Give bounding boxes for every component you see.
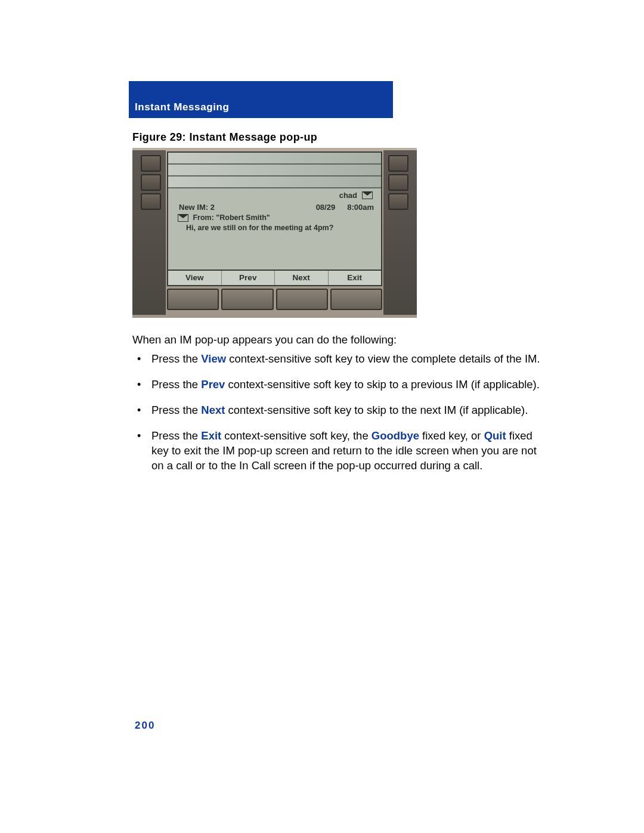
intro-paragraph: When an IM pop-up appears you can do the…	[132, 333, 514, 348]
im-from: From: "Robert Smith"	[193, 213, 270, 222]
softkey-button	[167, 289, 219, 310]
new-im-count: New IM: 2	[179, 203, 215, 212]
section-header: Instant Messaging	[129, 81, 393, 118]
figure-caption: Figure 29: Instant Message pop-up	[132, 131, 317, 144]
phone-bezel-right	[383, 150, 417, 315]
text: fixed key, or	[419, 429, 484, 442]
text: Press the	[151, 352, 201, 365]
text: Press the	[151, 378, 201, 391]
keyword-goodbye: Goodbye	[371, 429, 419, 442]
side-button	[141, 174, 161, 191]
text: context-sensitive soft key to skip to a …	[225, 378, 539, 391]
list-item: Press the View context-sensitive soft ke…	[150, 352, 544, 367]
softkey-button	[276, 289, 328, 310]
envelope-icon	[178, 214, 188, 222]
keyword-view: View	[201, 352, 226, 365]
keyword-prev: Prev	[201, 378, 225, 391]
instruction-list: Press the View context-sensitive soft ke…	[132, 352, 544, 484]
text: context-sensitive soft key, the	[221, 429, 371, 442]
section-header-title: Instant Messaging	[135, 101, 230, 113]
text: context-sensitive soft key to view the c…	[226, 352, 540, 365]
list-item: Press the Exit context-sensitive soft ke…	[150, 429, 544, 473]
softkey-button	[330, 289, 382, 310]
phone-photo: chad New IM: 2 08/29 8:00am From: "Rober…	[132, 148, 417, 318]
lcd-message: From: "Robert Smith" Hi, are we still on…	[168, 212, 381, 233]
page-number: 200	[135, 720, 155, 732]
im-body: Hi, are we still on for the meeting at 4…	[178, 223, 333, 233]
side-button	[141, 155, 161, 172]
side-button	[388, 155, 408, 172]
lcd-info-row: New IM: 2 08/29 8:00am	[168, 202, 381, 212]
side-button	[388, 193, 408, 210]
lcd-blank-line	[168, 165, 381, 176]
softkey-button	[221, 289, 273, 310]
side-button	[388, 174, 408, 191]
im-time: 8:00am	[347, 203, 374, 212]
phone-lcd-screen: chad New IM: 2 08/29 8:00am From: "Rober…	[167, 151, 382, 271]
softkey-label-bar: View Prev Next Exit	[167, 271, 382, 286]
keyword-quit: Quit	[484, 429, 506, 442]
softkey-label-prev: Prev	[222, 271, 275, 285]
phone-bezel-left	[132, 150, 166, 315]
lcd-status-row: chad	[168, 188, 381, 202]
softkey-label-view: View	[168, 271, 222, 285]
text: context-sensitive soft key to skip to th…	[225, 404, 528, 416]
softkey-label-exit: Exit	[329, 271, 382, 285]
lcd-blank-line	[168, 176, 381, 188]
presence-name: chad	[339, 191, 357, 200]
softkey-label-next: Next	[275, 271, 329, 285]
document-page: Instant Messaging Figure 29: Instant Mes…	[0, 0, 644, 833]
text: Press the	[151, 404, 201, 416]
im-date: 08/29	[316, 203, 336, 212]
keyword-exit: Exit	[201, 429, 221, 442]
lcd-blank-line	[168, 153, 381, 165]
list-item: Press the Prev context-sensitive soft ke…	[150, 377, 544, 392]
keyword-next: Next	[201, 404, 225, 416]
softkey-buttons-row	[167, 289, 382, 310]
side-button	[141, 193, 161, 210]
list-item: Press the Next context-sensitive soft ke…	[150, 403, 544, 418]
text: Press the	[151, 429, 201, 442]
envelope-icon	[362, 191, 373, 199]
